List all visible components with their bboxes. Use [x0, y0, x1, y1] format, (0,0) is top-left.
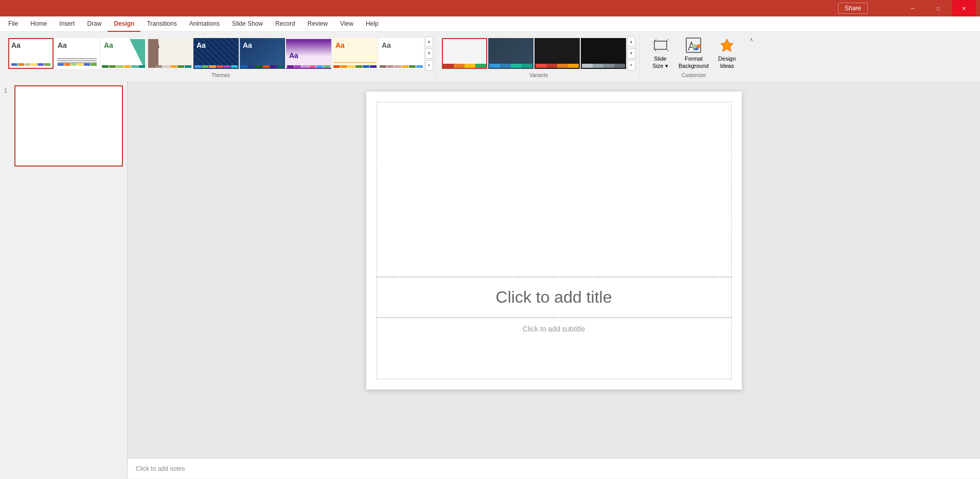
format-background-label1: Format [685, 56, 703, 62]
theme-integral[interactable]: Aa [147, 38, 192, 69]
tab-home[interactable]: Home [24, 16, 53, 32]
canvas-scroll: Click to add title Click to add subtitle [128, 81, 980, 458]
theme-retrospect[interactable]: Aa [286, 38, 331, 69]
tab-review[interactable]: Review [301, 16, 334, 32]
design-ideas-button[interactable]: Design Ideas [713, 35, 741, 71]
canvas-area: Click to add title Click to add subtitle… [128, 81, 980, 478]
title-bar: Share ─ □ ✕ [0, 0, 980, 16]
tab-draw[interactable]: Draw [81, 16, 108, 32]
tab-record[interactable]: Record [269, 16, 301, 32]
slide-size-label: Slide [654, 56, 666, 62]
theme-wisp[interactable]: Aa [379, 38, 424, 69]
themes-scroll-down[interactable]: ▼ [425, 48, 433, 59]
variants-label: Variants [529, 72, 548, 79]
theme-slice[interactable]: Aa [332, 38, 378, 69]
format-background-button[interactable]: Format Background [674, 35, 713, 71]
tab-insert[interactable]: Insert [53, 16, 81, 32]
themes-label: Themes [211, 72, 230, 79]
variants-scroll-down[interactable]: ▼ [627, 48, 635, 59]
ribbon-content: Aa Aa [0, 32, 980, 81]
variants-scroll: ▲ ▼ ▾ [627, 36, 635, 70]
tab-animations[interactable]: Animations [183, 16, 226, 32]
tab-view[interactable]: View [334, 16, 360, 32]
variant-2[interactable] [488, 38, 533, 69]
slide-title-area[interactable]: Click to add title [377, 277, 732, 318]
variants-scroll-up[interactable]: ▲ [627, 36, 635, 47]
maximize-button[interactable]: □ [926, 0, 950, 16]
format-background-icon [685, 37, 702, 53]
slide-subtitle-text: Click to add subtitle [523, 325, 585, 333]
design-ideas-icon [719, 37, 735, 53]
tab-transitions[interactable]: Transitions [140, 16, 183, 32]
share-button[interactable]: Share [838, 3, 868, 14]
notes-area[interactable]: Click to add notes [128, 458, 980, 478]
theme-ion[interactable]: Aa [193, 38, 239, 69]
design-ideas-label2: Ideas [720, 63, 734, 69]
slide-panel: 1 [0, 81, 128, 478]
tab-help[interactable]: Help [360, 16, 385, 32]
variants-scroll-more[interactable]: ▾ [627, 60, 635, 70]
theme-2[interactable]: Aa [55, 38, 100, 69]
variants-row [442, 38, 626, 69]
theme-office[interactable]: Aa [8, 38, 54, 69]
ribbon-collapse[interactable]: ∧ [747, 34, 756, 79]
theme-facet[interactable]: Aa [101, 38, 146, 69]
themes-section: Aa Aa [4, 34, 436, 79]
notes-placeholder: Click to add notes [136, 465, 185, 472]
slide-size-label2: Size ▾ [652, 63, 668, 69]
svg-point-7 [697, 44, 701, 48]
svg-line-2 [667, 39, 669, 41]
minimize-button[interactable]: ─ [901, 0, 924, 16]
customize-section: Slide Size ▾ Format [642, 34, 745, 79]
variant-3[interactable] [534, 38, 580, 69]
tab-design[interactable]: Design [108, 16, 140, 32]
svg-marker-9 [721, 39, 733, 51]
slide-size-button[interactable]: Slide Size ▾ [646, 35, 674, 71]
main-area: 1 Click to add title Click to add subtit… [0, 81, 980, 478]
theme-ion-boardroom[interactable]: Aa [240, 38, 285, 69]
format-background-label2: Background [679, 63, 709, 69]
tab-file[interactable]: File [2, 16, 24, 32]
slide-number: 1 [4, 85, 11, 94]
slide-size-icon [652, 37, 669, 53]
themes-row: Aa Aa [8, 38, 424, 69]
close-button[interactable]: ✕ [952, 0, 976, 16]
slide-canvas[interactable]: Click to add title Click to add subtitle [366, 91, 742, 390]
tab-slideshow[interactable]: Slide Show [226, 16, 269, 32]
themes-scroll-more[interactable]: ▾ [425, 60, 433, 70]
ribbon-tabs: File Home Insert Draw Design Transitions… [0, 16, 980, 32]
slide-thumbnail-container: 1 [4, 85, 123, 167]
variant-4[interactable] [581, 38, 626, 69]
slide-title-text: Click to add title [496, 288, 612, 306]
customize-label: Customize [682, 72, 706, 79]
svg-line-3 [667, 49, 669, 51]
collapse-icon[interactable]: ∧ [747, 35, 756, 43]
slide-subtitle-area[interactable]: Click to add subtitle [377, 318, 732, 379]
variants-section: ▲ ▼ ▾ Variants [438, 34, 640, 79]
design-ideas-label1: Design [718, 56, 736, 62]
themes-scroll-up[interactable]: ▲ [425, 36, 433, 47]
themes-scroll: ▲ ▼ ▾ [425, 36, 433, 70]
slide-thumbnail-1[interactable] [14, 85, 123, 167]
slide-image-area[interactable] [377, 102, 732, 277]
svg-point-8 [692, 44, 697, 48]
variant-1[interactable] [442, 38, 487, 69]
svg-rect-0 [654, 41, 667, 49]
